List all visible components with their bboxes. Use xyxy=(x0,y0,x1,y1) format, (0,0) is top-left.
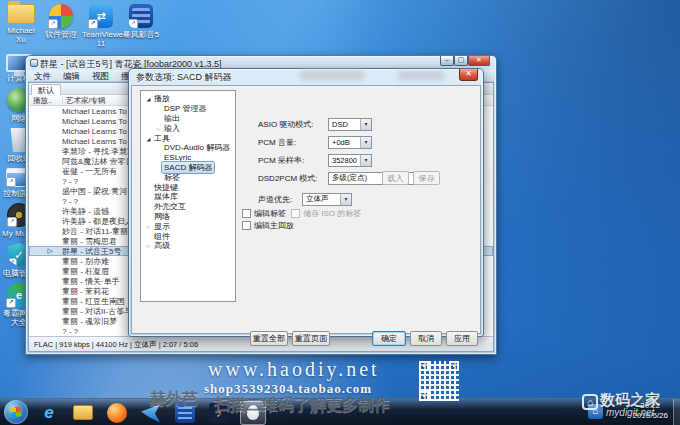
ie-icon xyxy=(39,403,59,423)
tree-expander-icon[interactable] xyxy=(155,124,162,133)
cancel-button[interactable]: 取消 xyxy=(410,331,442,346)
pinwheel-icon xyxy=(49,4,73,28)
alien-icon xyxy=(243,403,263,423)
field-label: ASIO 驱动模式: xyxy=(258,119,328,130)
desktop-icon[interactable]: TeamViewer 11 xyxy=(82,4,120,48)
tree-item[interactable]: SACD 解码器 xyxy=(141,163,235,173)
storm-player-icon xyxy=(175,403,195,423)
qr-finder xyxy=(449,361,459,371)
desktop-icon-label: Michael Xu xyxy=(2,26,40,44)
tray-time: 20:22 xyxy=(632,401,668,411)
reset-all-button[interactable]: 重置全部 xyxy=(250,331,288,346)
menu-item[interactable]: 编辑 xyxy=(57,70,86,81)
taskbar-button[interactable] xyxy=(70,401,96,425)
channel-dropdown[interactable]: 立体声 ▾ xyxy=(302,193,352,206)
tree-expander-icon[interactable] xyxy=(145,222,152,231)
tree-expander-icon[interactable] xyxy=(145,94,152,103)
checkbox-icon[interactable] xyxy=(291,209,300,218)
taskbar-button[interactable] xyxy=(172,401,198,425)
desktop-icon-label: TeamViewer 11 xyxy=(82,30,120,48)
editable-tags-checkbox[interactable]: 编辑标签 xyxy=(242,208,286,219)
checkbox-icon[interactable] xyxy=(242,221,251,230)
checkbox-label: 编辑主回放 xyxy=(254,220,294,231)
tree-item-label: ESLyric xyxy=(162,153,193,162)
tray-clock[interactable]: 20:22 2016/5/26 xyxy=(632,401,668,421)
checkbox-label: 编辑标签 xyxy=(254,208,286,219)
tree-item[interactable]: DSP 管理器 xyxy=(141,104,235,114)
track-label: ? - ? xyxy=(59,197,78,206)
taskbar: ⌂ 20:22 2016/5/26 xyxy=(0,398,680,425)
tree-expander-icon[interactable] xyxy=(145,241,152,250)
load-button[interactable]: 载入 xyxy=(382,171,409,185)
tree-item-label: DVD-Audio 解码器 xyxy=(162,142,232,153)
column-artist-album[interactable]: 艺术家/专辑 xyxy=(66,96,106,106)
explorer-folder-icon xyxy=(73,405,93,420)
channel-priority-row: 声道优先: 立体声 ▾ xyxy=(258,192,352,206)
censored-blur xyxy=(300,70,364,80)
sacd-settings: ASIO 驱动模式: DSD ▾ PCM 音量: +0dB ▾ xyxy=(258,117,484,189)
desktop-icon[interactable]: Michael Xu xyxy=(2,4,40,48)
reset-page-button[interactable]: 重置页面 xyxy=(292,331,330,346)
dropdown[interactable]: 352800 ▾ xyxy=(328,154,372,167)
tree-item[interactable]: DVD-Audio 解码器 xyxy=(141,143,235,153)
taskbar-button[interactable] xyxy=(36,401,62,425)
desktop-icon[interactable]: 暴风影音5 xyxy=(122,4,160,48)
column-playing[interactable]: 播放.. xyxy=(33,96,52,106)
show-desktop-button[interactable] xyxy=(673,399,680,425)
menu-item[interactable]: 文件 xyxy=(28,70,57,81)
qr-finder xyxy=(419,361,429,371)
dropdown-value: 352800 xyxy=(329,156,360,165)
playing-indicator-icon: ▷ xyxy=(29,247,59,255)
start-button[interactable] xyxy=(4,400,28,424)
dialog-body: 播放 DSP 管理器 输出 输入 xyxy=(131,85,481,334)
field-label: PCM 采样率: xyxy=(258,155,328,166)
desktop-top-icons: Michael Xu 软件管理 TeamViewer 11 暴风影音5 xyxy=(2,4,160,48)
desktop-icon[interactable]: 软件管理 xyxy=(42,4,80,48)
tray-home-icon[interactable]: ⌂ xyxy=(588,404,603,419)
dropdown[interactable]: DSD ▾ xyxy=(328,118,372,131)
field-label: 声道优先: xyxy=(258,194,302,205)
store-iso-tags-checkbox[interactable]: 储存 ISO 的标签 xyxy=(291,208,361,219)
ok-button[interactable]: 确定 xyxy=(372,331,406,346)
save-button[interactable]: 保存 xyxy=(413,171,440,185)
maximize-button[interactable]: ▢ xyxy=(454,56,468,66)
close-icon[interactable]: ✕ xyxy=(459,69,478,81)
taskbar-button[interactable] xyxy=(104,401,130,425)
taskbar-button[interactable] xyxy=(240,401,266,425)
checkbox-icon[interactable] xyxy=(242,209,251,218)
taskbar-button[interactable] xyxy=(206,401,232,425)
music-key-icon xyxy=(209,403,229,423)
taskbar-buttons xyxy=(36,400,266,425)
settings-row: ASIO 驱动模式: DSD ▾ xyxy=(258,117,484,131)
track-label: 盛中国 - 梁祝:黄河 xyxy=(59,186,127,197)
column-separator xyxy=(62,96,63,104)
dropdown-value: DSD xyxy=(329,120,360,129)
chevron-down-icon: ▾ xyxy=(340,194,351,205)
settings-row: PCM 采样率: 352800 ▾ xyxy=(258,153,484,167)
minimize-button[interactable]: – xyxy=(440,56,454,66)
track-label: ? - ? xyxy=(59,327,78,336)
tree-expander-icon[interactable] xyxy=(145,134,152,143)
chevron-down-icon: ▾ xyxy=(360,137,371,148)
preferences-dialog: 参数选项: SACD 解码器 ✕ 播放 DSP 管理器 xyxy=(128,68,484,337)
dropdown[interactable]: +0dB ▾ xyxy=(328,136,372,149)
tree-item-label: 高级 xyxy=(152,240,172,251)
tree-item[interactable]: 输出 xyxy=(141,114,235,124)
settings-row: DSD2PCM 模式: 多级(定点) ▾ xyxy=(258,171,484,185)
close-button[interactable]: ✕ xyxy=(468,56,490,66)
edited-master-checkbox[interactable]: 编辑主回放 xyxy=(242,220,294,231)
tree-item[interactable]: 高级 xyxy=(141,241,235,251)
playlist-tab[interactable]: 默认 xyxy=(31,84,61,95)
menu-item[interactable]: 视图 xyxy=(86,70,115,81)
desktop-icon-label: 软件管理 xyxy=(45,30,77,39)
settings-row: PCM 音量: +0dB ▾ xyxy=(258,135,484,149)
storm-icon xyxy=(129,4,153,28)
dropdown-value: 立体声 xyxy=(303,194,340,204)
qr-code xyxy=(419,361,459,401)
censored-blur xyxy=(398,71,444,80)
apply-button[interactable]: 应用 xyxy=(446,331,478,346)
field-label: DSD2PCM 模式: xyxy=(258,173,328,184)
desktop-icon-label: 暴风影音5 xyxy=(123,30,159,39)
taskbar-button[interactable] xyxy=(138,401,164,425)
dropdown-value: 多级(定点) xyxy=(329,173,424,183)
